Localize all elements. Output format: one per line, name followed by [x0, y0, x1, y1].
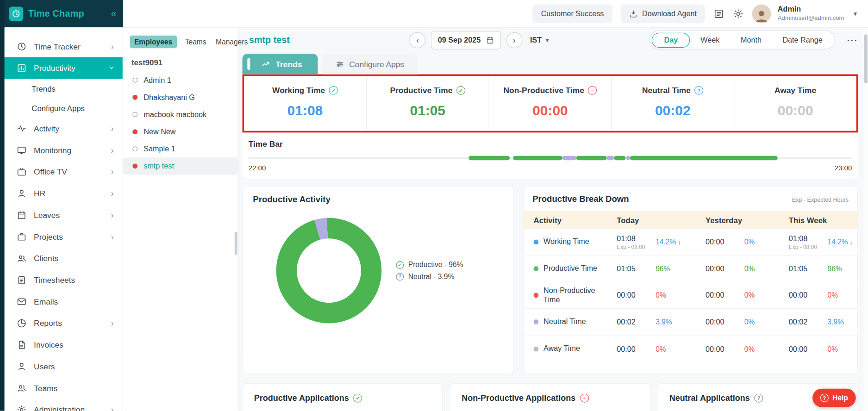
content-tab-row: Trends Configure Apps — [243, 52, 858, 75]
gear-icon — [17, 405, 27, 411]
sidebar-item-invoices[interactable]: Invoices — [0, 334, 123, 355]
employee-panel-tabs: Employees Teams Managers — [123, 36, 238, 49]
stat-working-time: Working Time✓ 01:08 — [244, 76, 367, 131]
status-dot-offline — [132, 146, 137, 151]
trend-down-icon: ↓ — [849, 238, 853, 246]
view-week[interactable]: Week — [690, 32, 731, 47]
employee-item-selected[interactable]: smtp test — [123, 157, 238, 174]
mail-icon — [17, 296, 27, 306]
more-options-icon[interactable]: ⋯ — [846, 34, 858, 45]
minus-circle-icon: − — [580, 393, 589, 402]
date-picker[interactable]: 09 Sep 2025 — [431, 31, 500, 49]
productive-activity-donut — [276, 218, 382, 324]
non-productive-applications-card: Non-Productive Applications − — [450, 383, 650, 411]
pulse-icon — [17, 124, 27, 134]
user-avatar[interactable] — [752, 4, 771, 23]
tab-managers[interactable]: Managers — [215, 36, 249, 49]
tab-configure-apps[interactable]: Configure Apps — [322, 54, 418, 74]
sidebar-item-timesheets[interactable]: Timesheets — [0, 269, 123, 291]
sidebar-item-leaves[interactable]: Leaves› — [0, 204, 123, 226]
page-scrollbar[interactable] — [863, 28, 868, 411]
employee-item[interactable]: macbook macbook — [123, 106, 238, 123]
sidebar-item-time-tracker[interactable]: Time Tracker› — [0, 36, 123, 57]
table-row: Non-Productive Time 00:00 0% 00:00 0% 00… — [524, 282, 857, 309]
sidebar-subitem-trends[interactable]: Trends — [0, 79, 123, 98]
user-menu-chevron-down-icon[interactable]: ▼ — [853, 11, 858, 17]
chevron-down-icon: ▼ — [544, 37, 550, 43]
question-circle-icon: ? — [396, 273, 404, 280]
tab-teams[interactable]: Teams — [184, 36, 207, 49]
breakdown-header-row: Activity Today Yesterday This Week — [524, 211, 857, 229]
next-day-button[interactable]: › — [506, 32, 522, 48]
series-dot — [534, 319, 539, 324]
donut-legend: ✓ Productive - 96% ? Neutral - 3.9% — [396, 257, 463, 284]
sidebar-collapse-icon[interactable]: « — [111, 9, 117, 19]
productive-breakdown-card: Productive Break Down Exp - Expected Hou… — [523, 186, 858, 374]
sidebar-item-projects[interactable]: Projects› — [0, 226, 123, 248]
sidebar-item-office-tv[interactable]: Office TV› — [0, 161, 123, 182]
tab-employees[interactable]: Employees — [130, 36, 176, 49]
employee-item[interactable]: Admin 1 — [123, 72, 238, 89]
sidebar-item-productivity[interactable]: Productivity› — [0, 57, 123, 79]
view-date-range[interactable]: Date Range — [772, 32, 833, 47]
status-dot-offline — [132, 78, 137, 83]
chevron-right-icon: › — [111, 168, 114, 176]
clipboard-icon — [17, 275, 27, 285]
stat-value: 00:00 — [740, 103, 851, 119]
check-circle-icon: ✓ — [396, 261, 404, 269]
employee-list: Admin 1 Dhakshayani G macbook macbook Ne… — [123, 72, 238, 175]
breakdown-table: Activity Today Yesterday This Week Worki… — [524, 211, 857, 362]
employee-item[interactable]: Dhakshayani G — [123, 89, 238, 106]
sidebar-item-monitoring[interactable]: Monitoring› — [0, 139, 123, 161]
logo-area: Time Champ « — [0, 0, 123, 27]
help-button[interactable]: ? Help — [812, 389, 856, 407]
stat-away-time: Away Time 00:00 — [734, 76, 856, 131]
left-edge-strip — [0, 0, 5, 411]
sidebar-item-teams[interactable]: Teams — [0, 377, 123, 399]
table-row: Away Time 00:00 0% 00:00 0% 00:00 0% — [524, 336, 857, 362]
expected-hours-note: Exp - Expected Hours — [792, 196, 849, 203]
check-circle-icon: ✓ — [353, 393, 362, 402]
analytics-cards-row: Productive Activity ✓ Productive - 96% ?… — [243, 186, 858, 374]
settings-gear-icon[interactable] — [733, 8, 744, 19]
sidebar-item-administration[interactable]: Administration› — [0, 399, 123, 411]
breakdown-title: Productive Break Down — [532, 194, 629, 204]
scrollbar-thumb[interactable] — [864, 34, 868, 83]
tab-trends[interactable]: Trends — [243, 54, 318, 74]
chevron-down-icon: › — [108, 67, 117, 69]
document-icon[interactable] — [713, 8, 724, 19]
question-circle-icon: ? — [820, 394, 829, 402]
sidebar-item-activity[interactable]: Activity› — [0, 118, 123, 139]
customer-success-button[interactable]: Customer Success — [533, 4, 612, 23]
stat-value: 00:02 — [617, 103, 728, 119]
table-row: Working Time 01:08Exp - 08:00 14.2%↓ 00:… — [524, 229, 857, 256]
check-badge-icon: ✓ — [329, 86, 338, 95]
topbar: Time Champ « Customer Success Download A… — [0, 0, 868, 28]
view-month[interactable]: Month — [730, 32, 772, 47]
employee-panel: Employees Teams Managers test9091 Admin … — [123, 28, 238, 411]
view-switcher: Day Week Month Date Range — [649, 31, 835, 50]
timezone-selector[interactable]: IST ▼ — [530, 36, 550, 44]
sidebar-subitem-configure-apps[interactable]: Configure Apps — [0, 98, 123, 118]
sidebar-item-users[interactable]: Users — [0, 355, 123, 377]
status-dot-offline — [132, 112, 137, 117]
sidebar-item-hr[interactable]: HR› — [0, 182, 123, 204]
sidebar-item-emails[interactable]: Emails — [0, 291, 123, 312]
employee-item[interactable]: Sample 1 — [123, 140, 238, 157]
user-email: Adminuserl@admin.com — [778, 14, 844, 22]
briefcase-icon — [17, 231, 27, 242]
sidebar-item-clients[interactable]: Clients — [0, 247, 123, 269]
employee-group-label[interactable]: test9091 — [123, 48, 238, 71]
sidebar-item-reports[interactable]: Reports› — [0, 312, 123, 334]
series-dot — [534, 293, 539, 298]
view-day[interactable]: Day — [652, 32, 690, 47]
time-bar-track — [249, 156, 852, 161]
invoice-icon — [17, 340, 27, 350]
date-navigation: ‹ 09 Sep 2025 › IST ▼ — [410, 31, 550, 49]
user-info[interactable]: Admin Adminuserl@admin.com — [778, 5, 844, 22]
main-content: smtp test ‹ 09 Sep 2025 › IST ▼ Day Week — [238, 28, 868, 411]
employee-panel-scrollbar[interactable] — [235, 232, 237, 255]
prev-day-button[interactable]: ‹ — [410, 32, 426, 48]
download-agent-button[interactable]: Download Agent — [620, 4, 705, 23]
employee-item[interactable]: New New — [123, 123, 238, 140]
